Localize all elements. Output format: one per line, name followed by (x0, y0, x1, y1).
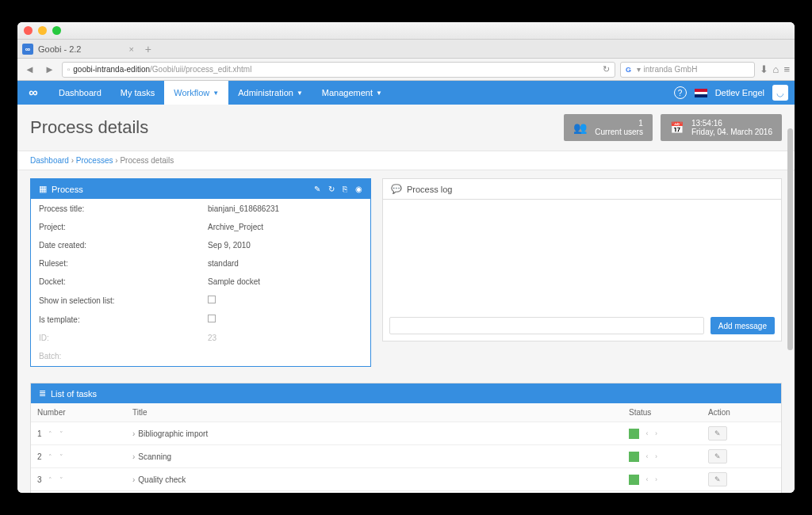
log-input-row: Add message (383, 311, 781, 341)
task-number-cell: 1 ˄ ˅ (31, 422, 126, 445)
breadcrumb-dashboard[interactable]: Dashboard (30, 156, 69, 165)
header-date: Friday, 04. March 2016 (691, 128, 772, 136)
user-avatar-icon[interactable]: ◡ (772, 85, 788, 101)
table-row: Project:Archive_Project (33, 219, 369, 235)
task-title-cell[interactable]: ›Create working images and write tiff he… (126, 491, 622, 494)
logo-icon[interactable]: ∞ (17, 86, 49, 100)
col-title: Title (126, 403, 622, 422)
current-users-box[interactable]: 👥 1 Current users (564, 114, 653, 141)
property-label: Process title: (33, 200, 200, 217)
property-label: Ruleset: (33, 255, 200, 272)
edit-task-button[interactable]: ✎ (708, 472, 727, 486)
back-icon[interactable]: ◄ (22, 63, 37, 75)
menu-icon[interactable]: ≡ (783, 63, 790, 75)
checkbox[interactable] (208, 315, 216, 322)
edit-icon[interactable]: ✎ (314, 185, 320, 193)
property-label: Show in selection list: (33, 292, 200, 309)
top-navigation: ∞ Dashboard My tasks Workflow ▼ Administ… (17, 81, 795, 105)
nav-management[interactable]: Management ▼ (312, 81, 392, 105)
table-row: 4 ˄ ˅›Create working images and write ti… (31, 491, 781, 494)
header-time: 13:54:16 (691, 119, 772, 128)
table-row: 3 ˄ ˅›Quality check ‹ ›✎ (31, 468, 781, 491)
task-action-cell: ✎ (702, 445, 781, 468)
reload-icon[interactable]: ↻ (603, 64, 610, 74)
breadcrumb-processes[interactable]: Processes (76, 156, 113, 165)
nav-workflow[interactable]: Workflow ▼ (164, 81, 228, 105)
help-icon[interactable]: ? (674, 86, 687, 99)
users-count: 1 (595, 119, 643, 128)
sort-down-icon[interactable]: ˅ (59, 476, 63, 484)
process-log-panel: 💬 Process log Add message (382, 178, 782, 341)
status-indicator (629, 429, 639, 439)
copy-icon[interactable]: ⎘ (343, 185, 347, 193)
refresh-icon[interactable]: ↻ (328, 185, 335, 193)
status-prev-icon[interactable]: ‹ (644, 475, 650, 483)
table-row: 1 ˄ ˅›Bibliographic import ‹ ›✎ (31, 422, 781, 445)
checkbox[interactable] (208, 296, 216, 303)
nav-my-tasks[interactable]: My tasks (111, 81, 164, 105)
task-action-cell: ✎ (702, 468, 781, 491)
edit-task-button[interactable]: ✎ (708, 449, 727, 464)
table-row: Show in selection list: (33, 292, 369, 309)
table-row: 2 ˄ ˅›Scanning ‹ ›✎ (31, 445, 781, 468)
home-icon[interactable]: ⌂ (773, 63, 779, 75)
task-title-cell[interactable]: ›Quality check (126, 468, 622, 491)
property-value (201, 311, 369, 328)
minimize-window-icon[interactable] (38, 26, 47, 35)
status-next-icon[interactable]: › (655, 452, 657, 460)
new-tab-icon[interactable]: + (145, 43, 151, 55)
tab-title[interactable]: Goobi - 2.2 (38, 44, 81, 54)
scrollbar[interactable] (787, 128, 793, 350)
sort-up-icon[interactable]: ˄ (47, 430, 55, 438)
status-next-icon[interactable]: › (655, 475, 657, 483)
maximize-window-icon[interactable] (52, 26, 61, 35)
sort-up-icon[interactable]: ˄ (47, 453, 55, 461)
property-label: Batch: (33, 348, 200, 364)
task-number-cell: 2 ˄ ˅ (31, 445, 126, 468)
sort-down-icon[interactable]: ˅ (59, 453, 63, 461)
grid-icon: ▦ (39, 184, 47, 194)
user-name[interactable]: Detlev Engel (715, 88, 764, 97)
col-number: Number (31, 403, 126, 422)
list-icon: ≣ (39, 388, 46, 399)
table-row: Batch: (33, 348, 369, 364)
property-label: ID: (33, 330, 200, 346)
sort-down-icon[interactable]: ˅ (59, 430, 63, 438)
status-indicator (629, 475, 639, 485)
status-next-icon[interactable]: › (655, 429, 657, 437)
status-prev-icon[interactable]: ‹ (644, 452, 650, 460)
task-action-cell: ✎ (702, 491, 781, 494)
log-message-input[interactable] (389, 317, 704, 334)
col-status: Status (622, 403, 702, 422)
globe-icon[interactable]: ◉ (355, 185, 362, 193)
nav-administration[interactable]: Administration ▼ (228, 81, 312, 105)
tasks-panel-header: ≣ List of tasks (31, 383, 781, 403)
forward-icon[interactable]: ► (42, 63, 57, 75)
task-status-cell: ‹ › (622, 468, 702, 491)
task-title-cell[interactable]: ›Bibliographic import (126, 422, 622, 445)
close-tab-icon[interactable]: × (128, 44, 133, 54)
url-host: goobi-intranda-edition (73, 65, 150, 74)
titlebar (17, 22, 795, 40)
url-input[interactable]: ▫ goobi-intranda-edition/Goobi/uii/proce… (62, 62, 615, 78)
property-value: Archive_Project (201, 219, 369, 235)
property-value: Sep 9, 2010 (201, 237, 369, 254)
tasks-panel-title: List of tasks (51, 389, 97, 399)
task-title-cell[interactable]: ›Scanning (126, 445, 622, 468)
download-icon[interactable]: ⬇ (760, 63, 768, 75)
language-flag-icon[interactable] (695, 89, 707, 97)
search-input[interactable]: G ▾ intranda GmbH (620, 62, 755, 78)
tasks-table: Number Title Status Action 1 ˄ ˅›Bibliog… (31, 403, 781, 493)
sort-up-icon[interactable]: ˄ (47, 476, 55, 484)
table-row: Docket:Sample docket (33, 273, 369, 290)
calendar-icon: 📅 (670, 121, 684, 134)
main-columns: ▦ Process ✎ ↻ ⎘ ◉ Process title:bianjani… (17, 170, 795, 383)
chevron-down-icon: ▼ (297, 90, 303, 97)
status-prev-icon[interactable]: ‹ (644, 429, 650, 437)
close-window-icon[interactable] (24, 26, 33, 35)
nav-dashboard[interactable]: Dashboard (49, 81, 111, 105)
edit-task-button[interactable]: ✎ (708, 426, 727, 441)
task-number-cell: 3 ˄ ˅ (31, 468, 126, 491)
chevron-right-icon: › (132, 475, 135, 484)
add-message-button[interactable]: Add message (710, 317, 775, 334)
